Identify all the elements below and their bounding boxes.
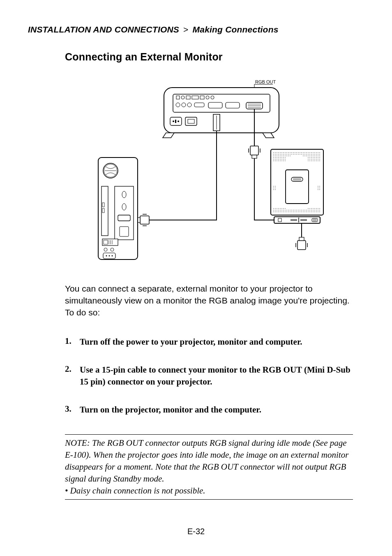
svg-point-4 (173, 120, 174, 122)
svg-rect-38 (140, 216, 149, 224)
step-text: Use a 15-pin cable to connect your monit… (80, 364, 353, 387)
svg-point-62 (111, 255, 113, 257)
step-text: Turn on the projector, monitor and the c… (80, 404, 353, 415)
svg-point-48 (122, 191, 126, 198)
svg-rect-22 (226, 102, 240, 108)
svg-rect-84 (286, 170, 309, 204)
svg-rect-30 (252, 155, 257, 158)
svg-rect-5 (175, 120, 176, 123)
svg-rect-13 (192, 96, 198, 99)
projector-icon (163, 88, 279, 138)
svg-point-15 (206, 96, 209, 99)
pc-tower-icon (98, 158, 138, 259)
svg-point-16 (211, 96, 214, 99)
intro-text: You can connect a separate, external mon… (65, 283, 353, 319)
svg-rect-46 (102, 208, 104, 213)
svg-point-18 (182, 103, 186, 107)
breadcrumb-section: INSTALLATION AND CONNECTIONS (28, 25, 179, 34)
svg-point-58 (111, 248, 114, 251)
breadcrumb-separator: > (183, 25, 188, 34)
connection-diagram: RGB OUT (65, 79, 353, 260)
list-item: 2. Use a 15-pin cable to connect your mo… (65, 364, 353, 387)
svg-rect-29 (250, 146, 258, 155)
svg-rect-14 (200, 96, 204, 99)
step-list: 1. Turn off the power to your projector,… (65, 336, 353, 415)
svg-point-61 (108, 255, 110, 257)
step-text: Turn off the power to your projector, mo… (80, 336, 353, 348)
page: INSTALLATION AND CONNECTIONS > Making Co… (0, 0, 392, 556)
svg-point-6 (178, 120, 179, 122)
list-item: 3. Turn on the projector, monitor and th… (65, 404, 353, 415)
list-item: 1. Turn off the power to your projector,… (65, 336, 353, 348)
cable-pc-to-projector (138, 131, 217, 226)
note-body: NOTE: The RGB OUT connector outputs RGB … (65, 437, 353, 485)
svg-rect-12 (186, 96, 190, 99)
step-number: 2. (65, 364, 80, 387)
rgb-out-label: RGB OUT (255, 79, 276, 84)
svg-point-60 (106, 255, 107, 257)
diagram-svg: RGB OUT (94, 79, 324, 260)
svg-rect-34 (299, 237, 304, 241)
svg-rect-51 (120, 227, 129, 236)
svg-rect-90 (278, 218, 281, 222)
page-number: E-32 (0, 527, 392, 536)
svg-point-49 (122, 204, 126, 210)
step-number: 3. (65, 404, 80, 415)
svg-point-11 (181, 96, 184, 99)
section-title: Connecting an External Monitor (65, 51, 353, 63)
svg-rect-50 (118, 215, 130, 221)
svg-rect-20 (194, 103, 204, 107)
note-bullet: • Daisy chain connection is not possible… (65, 485, 353, 497)
note-block: NOTE: The RGB OUT connector outputs RGB … (65, 434, 353, 500)
svg-rect-10 (176, 96, 180, 99)
svg-rect-33 (297, 241, 306, 250)
svg-point-57 (104, 248, 107, 251)
svg-point-19 (187, 103, 191, 107)
svg-rect-45 (102, 203, 104, 207)
svg-point-17 (176, 103, 180, 107)
breadcrumb: INSTALLATION AND CONNECTIONS > Making Co… (28, 25, 353, 35)
breadcrumb-subsection: Making Connections (193, 25, 279, 34)
monitor-icon (271, 149, 323, 223)
svg-rect-21 (208, 102, 222, 108)
svg-rect-8 (188, 119, 194, 123)
svg-rect-53 (104, 240, 108, 244)
content-area: Connecting an External Monitor RGB OUT (65, 51, 353, 500)
step-number: 1. (65, 336, 80, 348)
